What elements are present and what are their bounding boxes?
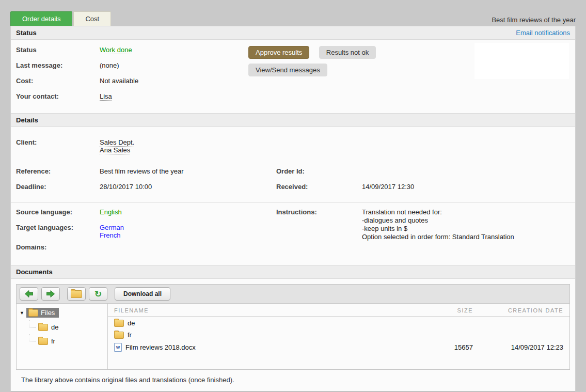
file-date: 14/09/2017 12:23 [473,343,563,351]
languages-left-column: Source language: English Target language… [16,208,276,259]
received-label: Received: [276,183,362,191]
target-language-german[interactable]: German [100,224,124,231]
reference-value: Best film reviews of the year [100,167,276,175]
tree-root-name: Files [41,309,55,317]
tab-cost[interactable]: Cost [73,11,111,26]
details-section: Client: Sales Dept. Ana Sales Reference:… [11,127,575,265]
folder-tree: ▼ Files de [17,304,108,369]
deadline-label: Deadline: [16,183,100,191]
tree-root-label[interactable]: Files [26,308,59,318]
column-header-filename[interactable]: FILENAME [114,307,406,313]
refresh-button[interactable]: ↻ [89,287,107,301]
cost-value: Not available [100,77,138,85]
status-section: Status Work done Last message: (none) Co… [11,40,575,113]
order-reference-title: Best film reviews of the year [492,16,576,26]
source-language-value: English [100,208,122,224]
folder-icon [28,309,38,317]
tree-connector [29,334,36,341]
open-folder-icon [71,290,82,298]
column-header-creation-date[interactable]: CREATION DATE [473,307,563,313]
email-notifications-link[interactable]: Email notifications [516,29,570,37]
status-section-title: Status [16,29,37,37]
tree-connector [29,320,36,327]
tab-bar: Order details Cost Best film reviews of … [10,0,576,26]
details-section-title: Details [16,116,38,124]
contact-row: Your contact: Lisa [11,92,575,108]
contact-value[interactable]: Lisa [100,92,112,101]
status-section-header: Status Email notifications [11,26,575,40]
deadline-value: 28/10/2017 10:00 [100,183,276,191]
folder-icon [114,332,124,339]
forward-arrow-icon [46,290,55,297]
tree-root-files[interactable]: ▼ Files [17,307,107,319]
instructions-line-1: Translation not needed for: [362,208,442,216]
file-browser: ▼ Files de [17,304,569,369]
column-header-size[interactable]: SIZE [406,307,473,313]
tree-node-fr[interactable]: fr [29,333,107,347]
tree-expander-icon[interactable]: ▼ [20,310,24,316]
download-all-label: Download all [118,290,167,297]
last-message-label: Last message: [16,61,100,69]
library-note: The library above contains original file… [16,370,570,391]
client-row: Client: Sales Dept. Ana Sales [11,133,575,167]
instructions-line-3: -keep units in $ [362,225,407,232]
results-not-ok-button[interactable]: Results not ok [319,46,376,59]
status-actions: Approve results Results not ok View/Send… [248,46,376,76]
forward-arrow-button[interactable] [41,287,60,301]
file-list: FILENAME SIZE CREATION DATE de [108,304,569,369]
cost-row: Cost: Not available [11,77,575,92]
folder-icon [38,324,48,331]
download-all-button[interactable]: Download all [115,287,170,301]
file-row-fr[interactable]: fr [108,329,569,341]
reference-row: Reference: Best film reviews of the year… [11,167,575,183]
source-language-label: Source language: [16,208,100,224]
page: Order details Cost Best film reviews of … [0,0,586,392]
reference-label: Reference: [16,167,100,175]
word-doc-icon: W [114,343,122,352]
status-label: Status [16,46,100,54]
back-arrow-icon [25,290,33,297]
approve-results-button[interactable]: Approve results [248,46,309,59]
domains-row: Domains: [16,243,276,259]
tree-node-label: fr [51,337,55,345]
tree-node-de[interactable]: de [29,319,107,333]
file-list-header: FILENAME SIZE CREATION DATE [108,304,569,317]
view-send-messages-button[interactable]: View/Send messages [248,64,327,76]
refresh-icon: ↻ [94,290,102,299]
target-languages-label: Target languages: [16,224,100,239]
instructions-line-4: Option selected in order form: Standard … [362,233,514,241]
tab-order-details[interactable]: Order details [10,11,72,26]
client-label: Client: [16,138,100,146]
last-message-value: (none) [100,61,119,69]
cost-label: Cost: [16,77,100,85]
file-library-widget: ↻ Download all ▼ Files [16,284,570,370]
file-size: 15657 [406,343,473,351]
file-name: de [128,319,135,327]
open-folder-button[interactable] [67,287,86,301]
file-toolbar: ↻ Download all [17,285,569,304]
documents-section-title: Documents [16,268,53,276]
target-language-french[interactable]: French [100,231,120,239]
instructions-block: Instructions: Translation not needed for… [276,208,570,259]
status-empty-box [474,43,569,79]
details-section-header: Details [11,113,575,127]
client-contact[interactable]: Ana Sales [100,146,130,154]
folder-icon [114,320,124,327]
client-department[interactable]: Sales Dept. [100,138,134,147]
back-arrow-button[interactable] [20,287,38,301]
status-value[interactable]: Work done [100,46,132,54]
languages-block: Source language: English Target language… [11,203,575,259]
documents-section: ↻ Download all ▼ Files [11,279,575,391]
received-value: 14/09/2017 12:30 [362,183,414,191]
client-value: Sales Dept. Ana Sales [100,138,134,154]
file-name: fr [128,331,132,339]
order-id-label: Order Id: [276,167,362,175]
file-row-docx[interactable]: W Film reviews 2018.docx 15657 14/09/201… [108,341,569,354]
target-languages-values: German French [100,224,124,239]
contact-label: Your contact: [16,92,100,100]
file-row-de[interactable]: de [108,317,569,329]
tree-node-label: de [51,323,58,331]
target-languages-row: Target languages: German French [16,224,276,239]
documents-section-header: Documents [11,265,575,279]
deadline-row: Deadline: 28/10/2017 10:00 Received: 14/… [11,183,575,198]
